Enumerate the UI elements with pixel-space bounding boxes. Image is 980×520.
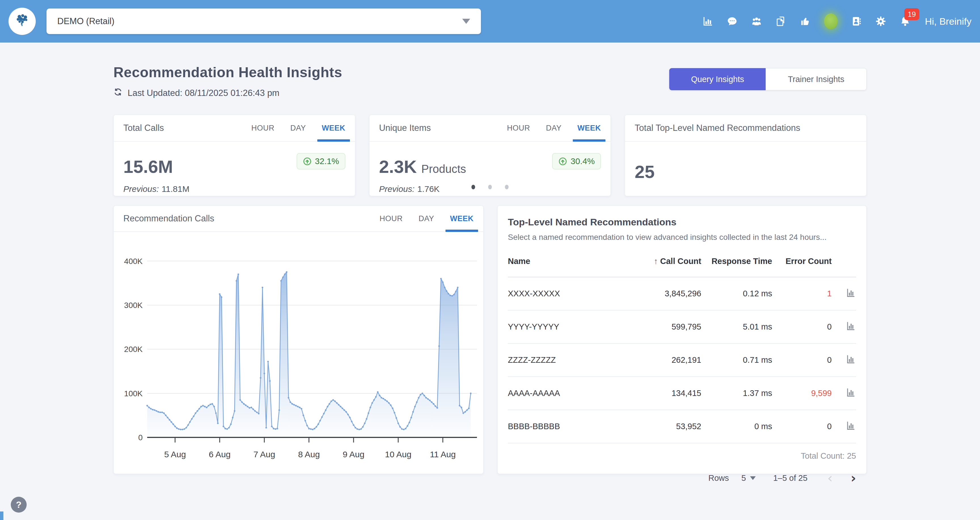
documents-icon[interactable] <box>775 16 787 27</box>
svg-text:10 Aug: 10 Aug <box>385 450 412 459</box>
insights-tab-group: Query Insights Trainer Insights <box>669 68 867 90</box>
svg-text:8 Aug: 8 Aug <box>298 450 320 459</box>
cell-response_time: 0 ms <box>701 422 772 431</box>
cell-call_count: 599,795 <box>616 322 701 332</box>
tab-hour[interactable]: HOUR <box>379 206 402 231</box>
cell-error_count: 0 <box>772 322 832 332</box>
total-named-recs-card: Total Top-Level Named Recommendations 25 <box>625 115 867 196</box>
arrow-up-circle-icon <box>558 157 567 166</box>
chevron-down-icon <box>750 476 756 480</box>
status-indicator <box>824 13 838 29</box>
tab-hour[interactable]: HOUR <box>251 115 275 141</box>
workspace-dropdown[interactable]: DEMO (Retail) <box>46 8 481 34</box>
cell-name: ZZZZ-ZZZZZ <box>508 356 616 365</box>
card-title: Total Top-Level Named Recommendations <box>635 123 800 133</box>
tab-week[interactable]: WEEK <box>322 115 345 141</box>
named-recommendations-table-card: Top-Level Named Recommendations Select a… <box>497 206 867 474</box>
row-chart-icon[interactable] <box>846 354 856 366</box>
cell-name: BBBB-BBBBB <box>508 422 616 431</box>
notifications-bell-icon[interactable]: 19 <box>899 16 911 27</box>
carousel-dot[interactable] <box>472 185 475 189</box>
help-button[interactable]: ? <box>11 497 27 513</box>
cell-error_count: 1 <box>772 289 832 298</box>
change-badge: 30.4% <box>552 153 601 169</box>
svg-text:300K: 300K <box>124 301 143 309</box>
tab-hour[interactable]: HOUR <box>507 115 530 141</box>
cell-call_count: 134,415 <box>616 389 701 398</box>
cell-response_time: 5.01 ms <box>701 322 772 332</box>
row-chart-icon[interactable] <box>846 387 856 399</box>
card-title: Unique Items <box>379 123 431 133</box>
svg-text:200K: 200K <box>124 345 143 354</box>
prev-page-button[interactable]: ‹ <box>827 471 832 485</box>
tab-day[interactable]: DAY <box>418 206 434 231</box>
table-row[interactable]: ZZZZ-ZZZZZ262,1910.71 ms0 <box>508 344 856 377</box>
svg-text:9 Aug: 9 Aug <box>343 450 365 459</box>
previous-label: Previous: <box>379 184 415 194</box>
metric-value: 2.3K <box>379 156 417 177</box>
arrow-up-circle-icon <box>303 157 312 166</box>
cell-error_count: 0 <box>772 356 832 365</box>
topbar: DEMO (Retail) 19 Hi, Breinify <box>0 0 980 43</box>
total-count: Total Count: 25 <box>508 451 856 461</box>
refresh-icon[interactable] <box>113 88 123 99</box>
contacts-icon[interactable] <box>851 16 862 27</box>
carousel-dot[interactable] <box>488 185 492 189</box>
user-greeting[interactable]: Hi, Breinify <box>925 16 972 27</box>
pagination-range: 1–5 of 25 <box>773 474 808 483</box>
cell-response_time: 1.37 ms <box>701 389 772 398</box>
audiences-icon[interactable] <box>751 16 762 27</box>
tab-week[interactable]: WEEK <box>578 115 601 141</box>
tab-day[interactable]: DAY <box>546 115 562 141</box>
carousel-dots <box>472 185 509 189</box>
unique-items-card: Unique Items HOUR DAY WEEK 2.3K Products… <box>369 115 611 196</box>
carousel-dot[interactable] <box>505 185 509 189</box>
table-row[interactable]: XXXX-XXXXX3,845,2960.12 ms1 <box>508 277 856 311</box>
row-chart-icon[interactable] <box>846 321 856 333</box>
change-badge: 32.1% <box>297 153 345 169</box>
total-calls-card: Total Calls HOUR DAY WEEK 15.6M 32.1% Pr… <box>113 115 355 196</box>
cell-call_count: 53,952 <box>616 422 701 431</box>
tab-week[interactable]: WEEK <box>450 206 474 231</box>
svg-text:6 Aug: 6 Aug <box>209 450 231 459</box>
card-title: Recommendation Calls <box>123 214 214 224</box>
previous-label: Previous: <box>123 184 159 194</box>
cell-name: AAAA-AAAAA <box>508 389 616 398</box>
tab-trainer-insights[interactable]: Trainer Insights <box>765 68 867 90</box>
cell-call_count: 262,191 <box>616 356 701 365</box>
column-header-call-count[interactable]: ↑Call Count <box>616 257 701 266</box>
svg-text:5 Aug: 5 Aug <box>164 450 186 459</box>
cell-error_count: 0 <box>772 422 832 431</box>
row-chart-icon[interactable] <box>846 420 856 432</box>
thumbs-up-icon[interactable] <box>800 16 811 27</box>
chevron-down-icon <box>462 19 470 24</box>
settings-gear-icon[interactable] <box>875 16 886 27</box>
table-row[interactable]: AAAA-AAAAA134,4151.37 ms9,599 <box>508 377 856 410</box>
column-header-name[interactable]: Name <box>508 257 616 266</box>
cell-response_time: 0.71 ms <box>701 356 772 365</box>
chat-icon[interactable] <box>727 16 738 27</box>
column-header-response-time[interactable]: Response Time <box>701 257 772 266</box>
rows-per-page-select[interactable]: 5 <box>741 474 756 483</box>
cell-call_count: 3,845,296 <box>616 289 701 298</box>
metric-value: 25 <box>635 161 654 182</box>
table-row[interactable]: YYYY-YYYYY599,7955.01 ms0 <box>508 311 856 344</box>
row-chart-icon[interactable] <box>846 287 856 300</box>
cell-name: XXXX-XXXXX <box>508 289 616 298</box>
svg-text:400K: 400K <box>124 257 143 266</box>
next-page-button[interactable]: › <box>851 471 856 485</box>
column-header-error-count[interactable]: Error Count <box>772 257 832 266</box>
previous-value: 1.76K <box>417 184 439 194</box>
change-value: 32.1% <box>315 156 339 166</box>
change-value: 30.4% <box>571 156 595 166</box>
card-title: Total Calls <box>123 123 164 133</box>
brain-logo[interactable] <box>8 8 36 35</box>
cell-response_time: 0.12 ms <box>701 289 772 298</box>
svg-text:11 Aug: 11 Aug <box>430 450 456 459</box>
table-row[interactable]: BBBB-BBBBB53,9520 ms0 <box>508 410 856 443</box>
analytics-icon[interactable] <box>702 16 713 27</box>
table-title: Top-Level Named Recommendations <box>508 217 856 228</box>
tab-query-insights[interactable]: Query Insights <box>669 68 765 90</box>
workspace-dropdown-value: DEMO (Retail) <box>57 16 115 26</box>
tab-day[interactable]: DAY <box>290 115 306 141</box>
